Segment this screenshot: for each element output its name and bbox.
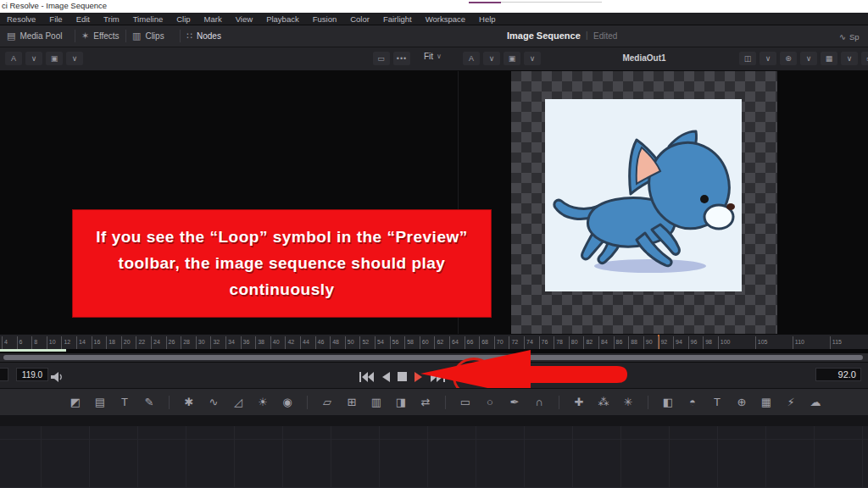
menu-item-edit[interactable]: Edit <box>70 14 97 24</box>
shape-3d-icon[interactable]: ◓ <box>685 396 700 408</box>
callout-text-line: If you see the “Loop” symbol in the “Pre… <box>73 228 491 247</box>
merge-icon[interactable]: ▱ <box>320 396 335 408</box>
menu-item-playback[interactable]: Playback <box>259 14 306 24</box>
layers-icon[interactable]: ▥ <box>369 396 384 408</box>
menu-item-fusion[interactable]: Fusion <box>306 14 344 24</box>
chevron-down-icon[interactable]: ∨ <box>841 52 858 65</box>
play-reverse-button[interactable] <box>381 372 391 382</box>
audio-mute-icon[interactable] <box>51 370 63 385</box>
spline-label: Sp <box>849 32 860 42</box>
levels-icon[interactable]: ◿ <box>231 396 246 408</box>
nodes-button[interactable]: ∷ Nodes <box>186 25 221 47</box>
particle-emitter-icon[interactable]: ⁂ <box>596 396 611 408</box>
renderer-3d-icon[interactable]: ☁ <box>808 396 823 408</box>
rectangle-mask-icon[interactable]: ▭ <box>458 396 473 408</box>
buffer-a-button[interactable]: A <box>5 52 22 65</box>
view-3d-icon[interactable]: ⊛ <box>780 52 797 65</box>
buffer-a-button[interactable]: A <box>463 52 480 65</box>
ruler-tick: 52 <box>359 336 369 349</box>
ruler-tick: 100 <box>718 336 731 349</box>
ruler-tick: 4 <box>2 336 8 349</box>
node-editor-canvas[interactable] <box>0 415 868 488</box>
annotation-callout: If you see the “Loop” symbol in the “Pre… <box>72 209 492 318</box>
chevron-down-icon[interactable]: ∨ <box>524 52 541 65</box>
chevron-down-icon[interactable]: ∨ <box>760 52 776 65</box>
ruler-tick: 12 <box>61 336 70 349</box>
menu-item-help[interactable]: Help <box>472 14 503 24</box>
frame-region-icon[interactable]: ▭ <box>861 52 868 65</box>
chevron-down-icon[interactable]: ∨ <box>25 52 42 65</box>
buffer-select-button[interactable]: ▣ <box>504 52 520 65</box>
options-menu-icon[interactable]: ••• <box>393 52 410 65</box>
stop-button[interactable] <box>398 372 407 381</box>
toolbar-group-divider <box>559 396 559 409</box>
merge-3d-icon[interactable]: ⊕ <box>734 396 749 408</box>
ruler-tick: 14 <box>76 336 86 349</box>
camera-3d-icon[interactable]: ▦ <box>759 396 774 408</box>
ruler-tick: 24 <box>151 336 160 349</box>
text-3d-icon[interactable]: T <box>709 396 725 408</box>
chevron-down-icon[interactable]: ∨ <box>800 52 817 65</box>
menu-item-workspace[interactable]: Workspace <box>419 14 472 24</box>
fastnoise-icon[interactable]: ▤ <box>92 396 108 408</box>
dissolve-icon[interactable]: ⇄ <box>418 396 433 408</box>
viewer-b-fit-control[interactable]: Fit ∨ <box>424 52 442 61</box>
fit-dropdown[interactable]: Fit <box>424 52 433 61</box>
davinci-resolve-window: ci Resolve - Image Sequence ResolveFileE… <box>0 0 868 488</box>
media-pool-button[interactable]: ▤ Media Pool <box>7 25 62 47</box>
background-icon[interactable]: ◩ <box>68 396 83 408</box>
menu-item-mark[interactable]: Mark <box>198 14 229 24</box>
chevron-down-icon[interactable]: ∨ <box>483 52 500 65</box>
ruler-tick: 96 <box>688 336 698 349</box>
menu-item-view[interactable]: View <box>229 14 259 24</box>
nodes-icon: ∷ <box>186 30 192 42</box>
effects-button[interactable]: ✶ Effects <box>81 25 120 47</box>
composition-title: Image Sequence <box>507 30 581 41</box>
paint-icon[interactable]: ✎ <box>142 396 157 408</box>
menu-item-clip[interactable]: Clip <box>170 14 197 24</box>
brightness-contrast-icon[interactable]: ☀ <box>255 396 270 408</box>
callout-text-line: toolbar, the image sequence should play <box>73 254 491 273</box>
blur-icon[interactable]: ◉ <box>280 396 295 408</box>
current-frame-field[interactable]: 92.0 <box>815 368 861 381</box>
tracker-icon[interactable]: ✚ <box>571 396 587 408</box>
bspline-mask-icon[interactable]: ∩ <box>531 396 547 408</box>
ruler-tick: 94 <box>673 336 682 349</box>
ruler-tick: 18 <box>106 336 115 349</box>
frame-region-icon[interactable]: ▭ <box>373 52 390 65</box>
viewer-header: A∨▣∨ ▭••• Fit ∨ A∨▣∨ MediaOut1 ◫∨⊛∨▦∨▭••… <box>0 47 868 71</box>
spline-button[interactable]: ∿ Sp <box>839 30 868 43</box>
chevron-down-icon[interactable]: ∨ <box>66 52 83 65</box>
split-view-icon[interactable]: ◫ <box>739 52 756 65</box>
callout-text-line: continuously <box>73 280 491 299</box>
ellipse-mask-icon[interactable]: ○ <box>482 396 498 408</box>
menu-item-color[interactable]: Color <box>343 14 376 24</box>
matte-control-icon[interactable]: ◨ <box>393 396 409 408</box>
merge-alt-icon[interactable]: ⊞ <box>344 396 359 408</box>
ruler-tick: 110 <box>793 336 804 349</box>
clips-button[interactable]: ▥ Clips <box>132 25 164 47</box>
color-corrector-icon[interactable]: ✱ <box>181 396 197 408</box>
go-to-start-button[interactable] <box>359 372 374 382</box>
cat-illustration <box>545 99 742 291</box>
polygon-mask-icon[interactable]: ✒ <box>507 396 522 408</box>
fusion-toolbar: ◩▤T✎✱∿◿☀◉▱⊞▥◨⇄▭○✒∩✚⁂✳◧◓T⊕▦⚡☁ <box>0 388 868 415</box>
menu-item-file[interactable]: File <box>42 14 69 24</box>
particle-render-icon[interactable]: ✳ <box>620 396 636 408</box>
color-curves-icon[interactable]: ∿ <box>206 396 221 408</box>
range-start-field[interactable] <box>0 368 8 381</box>
grid-view-icon[interactable]: ▦ <box>821 52 837 65</box>
buffer-select-button[interactable]: ▣ <box>46 52 63 65</box>
media-pool-label: Media Pool <box>19 31 62 41</box>
menu-item-resolve[interactable]: Resolve <box>0 14 42 24</box>
menu-item-trim[interactable]: Trim <box>97 14 126 24</box>
text-plus-icon[interactable]: T <box>117 396 132 408</box>
spotlight-icon[interactable]: ⚡ <box>783 396 798 408</box>
menu-item-timeline[interactable]: Timeline <box>126 14 170 24</box>
window-title: ci Resolve - Image Sequence <box>2 1 107 10</box>
range-end-field[interactable]: 119.0 <box>16 368 48 381</box>
ruler-tick: 90 <box>643 336 653 349</box>
toolbar-group-divider <box>648 396 648 409</box>
image-plane-3d-icon[interactable]: ◧ <box>660 396 676 408</box>
menu-item-fairlight[interactable]: Fairlight <box>376 14 419 24</box>
